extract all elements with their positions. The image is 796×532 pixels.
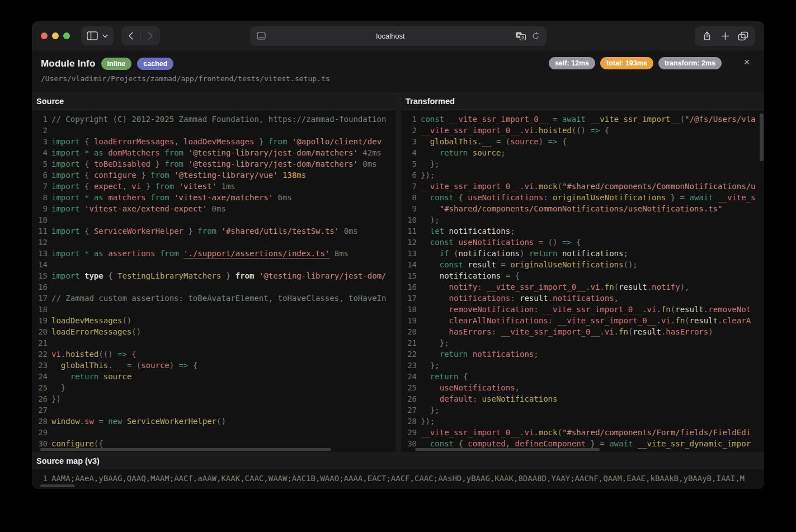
new-tab-button[interactable] [716,27,734,45]
line-number: 20 [401,326,417,337]
back-button[interactable] [121,26,140,45]
line-number: 1 [401,114,417,125]
forward-button[interactable] [141,26,160,45]
code-line: 20loadErrorMessages() [32,326,395,337]
source-panel-title: Source [32,93,395,110]
code-line: 1const __vite_ssr_import_0__ = await __v… [401,114,764,125]
code-line: 11import { ServiceWorkerHelper } from '#… [32,225,395,237]
line-number: 30 [32,438,48,449]
share-button[interactable] [698,27,716,45]
code-line: 29__vite_ssr_import_0__.vi.mock("#shared… [401,427,764,438]
reload-button[interactable] [531,32,540,40]
code-line: 12 const useNotifications = () => { [401,237,764,248]
transformed-horizontal-scrollbar[interactable] [415,448,600,451]
code-line: 18 [32,304,395,315]
line-number: 5 [401,158,417,170]
close-button[interactable]: × [740,55,754,69]
module-link[interactable]: './support/assertions/index.ts' [183,249,329,258]
code-line: 15import type { TestingLibraryMatchers }… [32,270,395,281]
window-close-button[interactable] [41,32,48,39]
code-line: 23 globalThis.__ = (source) => { [32,360,395,371]
code-line: 9 "#shared/components/CommonNotification… [401,203,764,214]
code-line: 7import { expect, vi } from 'vitest' 1ms [32,181,395,192]
sourcemap-horizontal-scrollbar[interactable] [40,484,75,487]
code-line: 19 clearAllNotifications: __vite_ssr_imp… [401,315,764,326]
timing-badges: self: 12ms total: 193ms transform: 2ms [549,57,722,69]
code-line: 6import { configure } from '@testing-lib… [32,170,395,181]
line-number: 13 [32,248,48,259]
browser-window: localhost A a [32,21,764,489]
line-number: 8 [401,192,417,203]
source-panel: Source 1// Copyright (C) 2012-2025 Zamma… [32,93,395,453]
line-number: 25 [32,382,48,393]
traffic-lights [41,32,70,39]
sidebar-icon [87,31,98,40]
line-number: 12 [401,237,417,248]
code-line: 13import * as assertions from './support… [32,248,395,259]
source-horizontal-scrollbar[interactable] [40,448,331,451]
line-number: 10 [32,214,48,225]
transformed-panel-title: Transformed [401,93,764,110]
line-number: 11 [401,225,417,237]
code-line: 26 default: useNotifications [401,393,764,404]
chevron-down-icon [102,34,108,38]
line-number: 7 [401,181,417,192]
source-code: 1// Copyright (C) 2012-2025 Zammad Found… [32,110,395,453]
transformed-vertical-scrollbar[interactable] [760,114,764,161]
page-title: Module Info [41,58,96,69]
translate-button[interactable]: A a [516,32,526,40]
tabs-overview-button[interactable] [734,27,752,45]
line-number: 28 [32,416,48,427]
code-line: 21 [32,337,395,349]
code-line: 2 [32,125,395,136]
line-number: 18 [401,304,417,315]
code-line: 4import * as domMatchers from '@testing-… [32,147,395,158]
code-line: 25 } [32,382,395,393]
sidebar-toggle-button[interactable] [81,26,114,45]
code-line: 29 [32,427,395,438]
line-number: 17 [401,293,417,304]
line-number: 25 [401,382,417,393]
line-number: 23 [401,360,417,371]
line-number: 20 [32,326,48,337]
url-bar[interactable]: localhost A a [250,26,547,46]
line-number: 15 [401,270,417,281]
code-line: 7__vite_ssr_import_0__.vi.mock("#shared/… [401,181,764,192]
code-line: 11 let notifications; [401,225,764,237]
window-zoom-button[interactable] [63,32,70,39]
line-number: 14 [32,259,48,270]
line-number: 14 [401,259,417,270]
window-minimize-button[interactable] [52,32,59,39]
line-number: 27 [32,404,48,416]
code-line: 23 }; [401,360,764,371]
line-number: 4 [401,147,417,158]
code-line: 14 [32,259,395,270]
line-number: 21 [32,337,48,349]
browser-toolbar: localhost A a [32,21,764,50]
line-number: 29 [401,427,417,438]
line-number: 3 [401,136,417,147]
line-number: 1 [32,473,48,484]
line-number: 21 [401,337,417,349]
sourcemap-section: Source map (v3) 1 AAMA;AAeA,yBAAG,QAAQ,M… [32,453,764,489]
sourcemap-title: Source map (v3) [32,453,764,469]
code-line: 19loadDevMessages() [32,315,395,326]
code-line: 3import { loadErrorMessages, loadDevMess… [32,136,395,147]
code-line: 17 notifications: result.notifications, [401,293,764,304]
code-line: 25 useNotifications, [401,382,764,393]
line-number: 9 [401,203,417,214]
code-line: 1// Copyright (C) 2012-2025 Zammad Found… [32,114,395,125]
code-line: 22 return notifications; [401,349,764,360]
code-line: 5 }; [401,158,764,170]
line-number: 18 [32,304,48,315]
line-number: 27 [401,404,417,416]
line-number: 8 [32,192,48,203]
code-line: 4 return source; [401,147,764,158]
nav-buttons [121,26,160,45]
sourcemap-line: 1 AAMA;AAeA,yBAAG,QAAQ,MAAM;AACf,aAAW,KA… [32,469,764,484]
code-line: 14 const result = originalUseNotificatio… [401,259,764,270]
line-number: 26 [401,393,417,404]
code-line: 12 [32,237,395,248]
line-number: 22 [32,349,48,360]
line-number: 11 [32,225,48,237]
